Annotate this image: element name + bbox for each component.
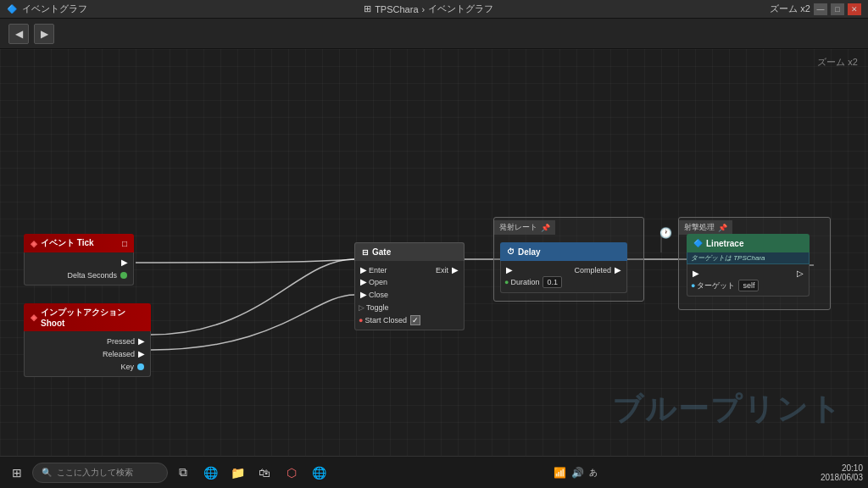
speaker-icon: 🔊: [571, 467, 584, 479]
close-exec-in: ▶: [360, 290, 367, 299]
enter-label: Enter: [369, 266, 387, 274]
close-label: Close: [369, 291, 388, 299]
back-button[interactable]: ◀: [8, 24, 29, 44]
zoom-label: ズーム x2: [770, 3, 810, 15]
exit-label: Exit: [436, 266, 448, 274]
key-dot: [137, 363, 144, 370]
system-clock: 20:10 2018/06/03: [821, 463, 863, 482]
forward-button[interactable]: ▶: [34, 24, 54, 44]
linetrace-subtitle: ターゲットは TPSChara: [687, 252, 810, 264]
enter-exit-row: ▶ Enter Exit ▶: [355, 264, 464, 275]
watermark: ブループリント: [612, 389, 843, 430]
start-closed-dot: ●: [359, 316, 363, 324]
title-center: ⊞ TPSChara › イベントグラフ: [364, 3, 493, 15]
linetrace-exec-row: ▶ ▷: [687, 268, 809, 279]
input-action-icon: ◈: [31, 313, 37, 322]
breadcrumb-separator: ›: [422, 4, 426, 14]
input-action-header: ◈ インプットアクション Shoot: [24, 303, 151, 331]
taskbar-search-box[interactable]: 🔍 ここに入力して検索: [32, 463, 168, 483]
clock-time: 20:10: [821, 463, 863, 473]
duration-label: Duration: [510, 278, 539, 286]
close-pin-row: ▶ Close: [355, 288, 464, 301]
event-tick-icon: ◈: [31, 239, 37, 248]
event-tick-title: イベント Tick: [41, 237, 94, 249]
target-value[interactable]: self: [738, 280, 759, 291]
enter-pin: ▶ Enter: [359, 265, 387, 274]
enter-exec-in: ▶: [360, 265, 367, 274]
start-closed-row: ● Start Closed ✓: [355, 313, 464, 326]
linetrace-icon: 🔷: [693, 239, 703, 247]
gate-body: ▶ Enter Exit ▶ ▶ Open ▶ Close ▷: [354, 261, 465, 330]
taskbar: ⊞ 🔍 ここに入力して検索 ⧉ 🌐 📁 🛍 ⬡ 🌐 📶 🔊 あ 20:10 20…: [0, 456, 868, 488]
windows-start-button[interactable]: ⊞: [5, 461, 29, 485]
minimize-button[interactable]: —: [814, 3, 827, 15]
input-action-body: Pressed ▶ Released ▶ Key: [24, 331, 151, 377]
linetrace-node[interactable]: 🔷 Linetrace ターゲットは TPSChara ▶ ▷ ● ターゲット …: [687, 234, 810, 297]
delta-seconds-dot: [120, 272, 127, 279]
duration-pin-row: ● Duration 0.1: [501, 275, 626, 289]
chrome-icon[interactable]: 🌐: [307, 461, 331, 485]
unreal-icon[interactable]: ⬡: [280, 461, 303, 485]
maximize-button[interactable]: □: [831, 3, 844, 15]
event-tick-exec-row: ▶: [25, 256, 133, 269]
comment-rate-text: 発射レート: [499, 222, 537, 233]
released-exec-out: ▶: [138, 349, 145, 358]
delay-icon: ⏱: [507, 247, 515, 256]
gate-header: ⊟ Gate: [354, 242, 465, 261]
delay-header: ⏱ Delay: [500, 242, 627, 261]
key-label: Key: [120, 363, 134, 371]
title-left: 🔷 イベントグラフ: [7, 3, 87, 15]
breadcrumb-root: TPSChara: [375, 4, 418, 14]
target-dot: ●: [691, 281, 695, 290]
input-action-node[interactable]: ◈ インプットアクション Shoot Pressed ▶ Released ▶ …: [24, 303, 151, 377]
linetrace-header: 🔷 Linetrace: [687, 234, 810, 252]
event-tick-body: ▶ Delta Seconds: [24, 252, 134, 286]
toolbar: ◀ ▶: [0, 19, 868, 49]
event-tick-exec-out: ▶: [121, 258, 128, 267]
toggle-pin-row: ▷ Toggle: [355, 301, 464, 313]
gate-node[interactable]: ⊟ Gate ▶ Enter Exit ▶ ▶ Open: [354, 242, 465, 330]
folder-icon[interactable]: 📁: [225, 461, 249, 485]
search-icon: 🔍: [42, 468, 52, 477]
exit-exec-out: ▶: [452, 265, 459, 274]
network-icon: 📶: [554, 467, 566, 479]
open-exec-in: ▶: [360, 277, 367, 286]
pin-icon-rate: 📌: [541, 224, 550, 232]
title-bar: 🔷 イベントグラフ ⊞ TPSChara › イベントグラフ ズーム x2 — …: [0, 0, 868, 19]
linetrace-body: ▶ ▷ ● ターゲット self: [687, 264, 810, 297]
search-placeholder: ここに入力して検索: [57, 467, 133, 479]
gate-icon: ⊟: [362, 248, 369, 257]
app-title: イベントグラフ: [22, 3, 87, 15]
completed-pin: Completed ▶: [574, 265, 623, 274]
gate-title: Gate: [372, 247, 391, 257]
input-action-title: インプットアクション Shoot: [41, 307, 144, 328]
pressed-label: Pressed: [107, 337, 135, 346]
completed-exec-out: ▶: [615, 265, 621, 274]
pressed-exec-out: ▶: [138, 336, 145, 346]
comment-shoot-label: 射撃処理 📌: [679, 220, 732, 235]
system-tray: 📶 🔊 あ: [554, 467, 598, 479]
linetrace-exec-in: ▶: [693, 269, 699, 278]
start-closed-label: Start Closed: [364, 316, 407, 324]
delay-exec-row: ▶ Completed ▶: [501, 264, 626, 275]
breadcrumb-current: イベントグラフ: [428, 3, 493, 15]
edge-icon[interactable]: 🌐: [198, 461, 222, 485]
released-pin-row: Released ▶: [25, 347, 150, 360]
start-closed-checkbox[interactable]: ✓: [410, 315, 420, 325]
pin-icon-shoot: 📌: [718, 224, 727, 232]
zoom-indicator: ズーム x2: [817, 56, 858, 69]
duration-value[interactable]: 0.1: [542, 276, 562, 288]
task-view-button[interactable]: ⧉: [171, 461, 195, 485]
title-right: ズーム x2 — □ ✕: [770, 3, 861, 15]
event-tick-pin-right: □: [122, 239, 127, 248]
event-tick-node[interactable]: ◈ イベント Tick □ ▶ Delta Seconds: [24, 234, 134, 286]
exit-pin: Exit ▶: [436, 265, 460, 274]
comment-rate-label: 発射レート 📌: [494, 220, 555, 235]
linetrace-title: Linetrace: [706, 239, 743, 248]
ime-icon: あ: [589, 467, 598, 479]
delay-node[interactable]: ⏱ Delay ▶ Completed ▶ ● Duration 0.1: [500, 242, 627, 293]
close-button[interactable]: ✕: [848, 3, 861, 15]
delta-seconds-label: Delta Seconds: [67, 271, 117, 280]
blueprint-canvas[interactable]: ズーム x2 発射レート 📌 射撃処理 📌 ◈ イベント T: [0, 49, 868, 456]
store-icon[interactable]: 🛍: [253, 461, 276, 485]
